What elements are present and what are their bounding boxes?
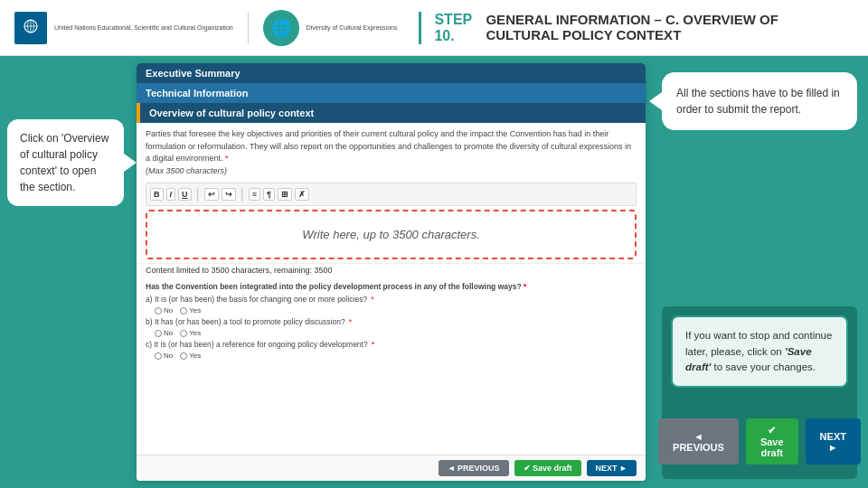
sub-question-b: b) It has (or has been) a tool to promot… (146, 317, 637, 326)
next-btn-main[interactable]: NEXT ► (806, 418, 861, 465)
table-btn[interactable]: ⊞ (278, 188, 292, 201)
sub-q-c-options[interactable]: No Yes (155, 352, 637, 360)
sub-q-a-no[interactable]: No (155, 306, 173, 314)
text-toolbar: B I U | ↩ ↪ | ≡ ¶ ⊞ ✗ (146, 183, 637, 206)
prev-btn-main[interactable]: ◄ PREVIOUS (658, 418, 739, 465)
page-title: GENERAL INFORMATION – C. OVERVIEW OF CUL… (486, 12, 854, 42)
main-area: Click on 'Overview of cultural policy co… (0, 56, 868, 488)
save-draft-btn-form[interactable]: ✔ Save draft (514, 460, 581, 476)
form-description: Parties that foresee the key objectives … (137, 123, 646, 183)
executive-summary-bar[interactable]: Executive Summary (137, 63, 646, 83)
save-draft-line2: to save your changes. (711, 361, 816, 372)
underline-btn[interactable]: U (178, 188, 192, 201)
left-instruction-text: Click on 'Overview of cultural policy co… (20, 132, 108, 193)
list-btn[interactable]: ≡ (249, 188, 260, 201)
char-note: (Max 3500 characters) (146, 166, 227, 175)
unesco-logo (14, 12, 47, 44)
form-screenshot: Executive Summary Technical Information … (137, 63, 646, 481)
text-area-placeholder[interactable]: Write here, up to 3500 characters. (146, 210, 637, 259)
division-text: Diversity of Cultural Expressions (307, 23, 398, 32)
undo-btn[interactable]: ↩ (204, 188, 219, 201)
para-btn[interactable]: ¶ (263, 188, 275, 201)
next-btn-form[interactable]: NEXT ► (587, 460, 637, 476)
save-draft-btn-main[interactable]: ✔ Save draft (746, 418, 798, 465)
italic-btn[interactable]: I (166, 188, 176, 201)
sub-q-b-no[interactable]: No (155, 329, 173, 337)
main-bottom-nav: ◄ PREVIOUS ✔ Save draft NEXT ► (671, 413, 848, 470)
questions-area: Has the Convention been integrated into … (137, 277, 646, 365)
header: United Nations Educational, Scientific a… (0, 0, 868, 56)
save-draft-bubble: If you want to stop and continue later, … (671, 315, 848, 388)
sub-q-b-options[interactable]: No Yes (155, 329, 637, 337)
step-label: STEP 10. (434, 12, 480, 44)
sub-q-c-yes[interactable]: Yes (180, 352, 201, 360)
required-star: * (225, 154, 229, 163)
sub-q-c-label: c) It is (or has been) a reference for o… (146, 340, 368, 349)
sub-question-a: a) It is (or has been) the basis for cha… (146, 295, 637, 304)
technical-info-bar[interactable]: Technical Information (137, 83, 646, 103)
divider (248, 12, 249, 44)
clear-btn[interactable]: ✗ (295, 188, 309, 201)
right-bottom-section: If you want to stop and continue later, … (662, 306, 857, 479)
form-bottom-nav: ◄ PREVIOUS ✔ Save draft NEXT ► (137, 455, 646, 481)
char-limit-info: Content limited to 3500 characters, rema… (137, 263, 646, 277)
sub-q-c-no[interactable]: No (155, 352, 173, 360)
bold-btn[interactable]: B (150, 188, 164, 201)
logos-area: United Nations Educational, Scientific a… (14, 10, 397, 46)
redo-btn[interactable]: ↪ (222, 188, 236, 201)
right-top-bubble: All the sections have to be filled in or… (662, 72, 857, 130)
org-name-text: United Nations Educational, Scientific a… (54, 23, 233, 32)
overview-bar[interactable]: Overview of cultural policy context (137, 103, 646, 123)
right-top-text: All the sections have to be filled in or… (676, 87, 840, 116)
sub-q-b-yes[interactable]: Yes (180, 329, 201, 337)
prev-btn-form[interactable]: ◄ PREVIOUS (439, 460, 509, 476)
diversity-logo: 🌐 (263, 10, 299, 46)
sub-q-b-label: b) It has (or has been) a tool to promot… (146, 317, 345, 326)
sub-q-a-options[interactable]: No Yes (155, 306, 637, 314)
right-panel: All the sections have to be filled in or… (651, 56, 868, 488)
left-panel: Click on 'Overview of cultural policy co… (0, 56, 131, 488)
write-here-label: Write here, up to 3500 characters. (302, 228, 480, 241)
sub-question-c: c) It is (or has been) a reference for o… (146, 340, 637, 349)
sub-q-a-label: a) It is (or has been) the basis for cha… (146, 295, 367, 304)
main-question: Has the Convention been integrated into … (146, 282, 637, 291)
left-instruction-bubble: Click on 'Overview of cultural policy co… (7, 119, 124, 206)
sub-q-a-yes[interactable]: Yes (180, 306, 201, 314)
center-panel: Executive Summary Technical Information … (131, 56, 651, 488)
